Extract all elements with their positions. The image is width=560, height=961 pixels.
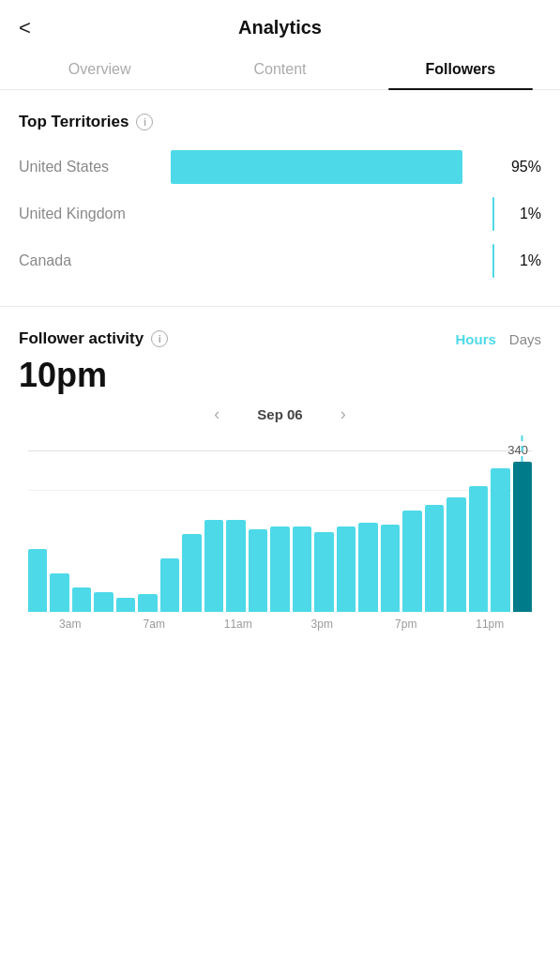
territory-name-uk: United Kingdom xyxy=(19,206,159,222)
chart-bar-9 xyxy=(226,520,245,612)
chart-bar-7 xyxy=(182,534,201,612)
chart-bar-16 xyxy=(381,525,400,612)
x-label-0: 3am xyxy=(28,618,113,631)
chart-bar-4 xyxy=(116,598,135,612)
chart-bar-col-16 xyxy=(381,462,400,612)
territory-name-ca: Canada xyxy=(19,252,159,269)
chart-bar-col-14 xyxy=(337,462,356,612)
header: < Analytics xyxy=(0,0,560,48)
date-next-arrow[interactable]: › xyxy=(341,404,346,424)
chart-bar-col-8 xyxy=(204,462,223,612)
date-nav: ‹ Sep 06 › xyxy=(19,404,541,424)
x-axis: 3am7am11am3pm7pm11pm xyxy=(19,612,541,646)
x-label-3: 3pm xyxy=(280,618,365,631)
chart-bar-3 xyxy=(94,592,113,612)
chart-bar-1 xyxy=(50,573,68,612)
page-title: Analytics xyxy=(238,17,322,38)
chart-bar-col-7 xyxy=(182,462,201,612)
chart-bar-12 xyxy=(293,526,311,612)
activity-info-icon[interactable]: i xyxy=(151,330,168,347)
x-label-2: 11am xyxy=(196,618,280,631)
activity-toggle: Hours Days xyxy=(455,331,541,347)
chart-bar-col-9 xyxy=(226,462,245,612)
territory-name-us: United States xyxy=(19,159,159,175)
chart-bar-21 xyxy=(491,468,509,612)
chart-bar-col-13 xyxy=(314,462,333,612)
territory-bar-uk xyxy=(171,197,494,231)
chart-bar-col-10 xyxy=(249,462,267,612)
chart-bar-col-12 xyxy=(293,462,311,612)
chart-bar-col-5 xyxy=(138,462,157,612)
territory-row-uk: United Kingdom 1% xyxy=(19,197,541,231)
chart-bar-18 xyxy=(425,505,444,612)
chart-bar-11 xyxy=(270,526,289,612)
chart-bar-col-6 xyxy=(160,462,179,612)
chart-bar-10 xyxy=(249,529,267,612)
chart-bar-col-2 xyxy=(72,462,91,612)
chart-bar-6 xyxy=(160,558,179,612)
chart-bar-0 xyxy=(28,549,47,612)
tab-followers[interactable]: Followers xyxy=(371,48,551,89)
chart-bar-col-22 xyxy=(513,462,532,612)
tab-content[interactable]: Content xyxy=(189,48,370,89)
toggle-days[interactable]: Days xyxy=(509,331,541,347)
chart-area: 340 xyxy=(19,443,541,612)
chart-bar-5 xyxy=(138,594,157,612)
chart-bar-col-0 xyxy=(28,462,47,612)
activity-header: Follower activity i Hours Days xyxy=(19,329,541,348)
chart-bars xyxy=(28,443,532,612)
territory-row-ca: Canada 1% xyxy=(19,244,541,278)
top-territories-section: Top Territories i United States 95% Unit… xyxy=(0,90,560,307)
territory-pct-uk: 1% xyxy=(506,206,541,222)
chart-bar-col-17 xyxy=(402,462,421,612)
activity-title: Follower activity xyxy=(19,329,144,348)
territory-pct-ca: 1% xyxy=(506,252,541,269)
x-label-1: 7am xyxy=(113,618,197,631)
toggle-hours[interactable]: Hours xyxy=(455,331,495,347)
chart-bar-15 xyxy=(358,523,377,612)
follower-activity-section: Follower activity i Hours Days 10pm ‹ Se… xyxy=(0,307,560,646)
x-label-5: 11pm xyxy=(448,618,533,631)
chart-bar-17 xyxy=(402,511,421,612)
chart-bar-22 xyxy=(513,462,532,612)
chart-bar-2 xyxy=(72,587,91,612)
date-label: Sep 06 xyxy=(257,406,302,422)
territories-info-icon[interactable]: i xyxy=(136,114,153,130)
chart-bar-20 xyxy=(469,486,488,612)
section-header: Top Territories i xyxy=(19,113,541,131)
tab-overview[interactable]: Overview xyxy=(9,48,189,89)
territory-bar-ca xyxy=(171,244,494,278)
chart-bar-col-21 xyxy=(491,462,509,612)
chart-bar-col-18 xyxy=(425,462,444,612)
territory-row-us: United States 95% xyxy=(19,150,541,184)
chart-bar-col-3 xyxy=(94,462,113,612)
territory-pct-us: 95% xyxy=(506,159,541,175)
tab-bar: Overview Content Followers xyxy=(0,48,560,90)
date-prev-arrow[interactable]: ‹ xyxy=(214,404,219,424)
chart-bar-col-19 xyxy=(446,462,465,612)
peak-time: 10pm xyxy=(19,356,541,395)
territory-bar-us xyxy=(171,150,494,184)
chart-bar-col-15 xyxy=(358,462,377,612)
chart-bar-col-20 xyxy=(469,462,488,612)
chart-bar-col-11 xyxy=(270,462,289,612)
activity-header-left: Follower activity i xyxy=(19,329,168,348)
chart-bar-8 xyxy=(204,520,223,612)
chart-bar-14 xyxy=(337,526,356,612)
back-button[interactable]: < xyxy=(19,16,31,40)
territories-title: Top Territories xyxy=(19,113,129,131)
chart-bar-13 xyxy=(314,532,333,612)
chart-bar-19 xyxy=(446,497,465,612)
x-label-4: 7pm xyxy=(364,618,448,631)
chart-bar-col-1 xyxy=(50,462,68,612)
chart-bar-col-4 xyxy=(116,462,135,612)
